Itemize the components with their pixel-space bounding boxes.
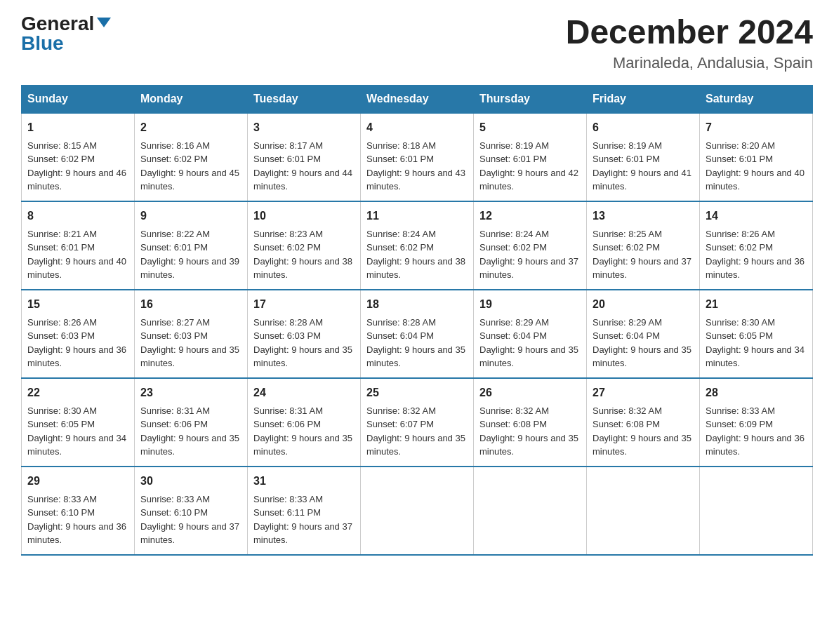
sunset-info: Sunset: 6:01 PM (253, 154, 321, 164)
calendar-cell: 19Sunrise: 8:29 AMSunset: 6:04 PMDayligh… (474, 290, 587, 378)
daylight-info: Daylight: 9 hours and 37 minutes. (593, 256, 691, 281)
sunset-info: Sunset: 6:04 PM (366, 330, 434, 341)
day-number: 28 (706, 384, 807, 401)
day-number: 1 (27, 119, 128, 136)
calendar-week-row: 29Sunrise: 8:33 AMSunset: 6:10 PMDayligh… (22, 467, 813, 555)
day-number: 2 (140, 119, 241, 136)
day-number: 24 (253, 384, 355, 401)
sunset-info: Sunset: 6:01 PM (593, 154, 660, 164)
calendar-cell: 5Sunrise: 8:19 AMSunset: 6:01 PMDaylight… (474, 113, 587, 201)
calendar-cell: 4Sunrise: 8:18 AMSunset: 6:01 PMDaylight… (361, 113, 474, 201)
calendar-cell: 26Sunrise: 8:32 AMSunset: 6:08 PMDayligh… (474, 378, 587, 467)
day-number: 15 (27, 296, 128, 313)
weekday-header-sunday: Sunday (22, 85, 135, 113)
logo: General Blue (21, 14, 111, 53)
title-block: December 2024 Marinaleda, Andalusia, Spa… (566, 14, 813, 72)
sunrise-info: Sunrise: 8:21 AM (27, 229, 97, 239)
sunrise-info: Sunrise: 8:33 AM (140, 494, 210, 504)
day-number: 19 (479, 296, 581, 313)
sunset-info: Sunset: 6:10 PM (27, 507, 95, 518)
sunset-info: Sunset: 6:08 PM (479, 419, 547, 429)
day-number: 6 (593, 119, 694, 136)
sunset-info: Sunset: 6:03 PM (140, 330, 208, 341)
calendar-cell: 21Sunrise: 8:30 AMSunset: 6:05 PMDayligh… (700, 290, 813, 378)
daylight-info: Daylight: 9 hours and 36 minutes. (27, 521, 126, 546)
day-number: 11 (366, 208, 468, 224)
sunrise-info: Sunrise: 8:32 AM (593, 405, 662, 416)
sunset-info: Sunset: 6:01 PM (479, 154, 547, 164)
calendar-cell: 2Sunrise: 8:16 AMSunset: 6:02 PMDaylight… (135, 113, 248, 201)
sunset-info: Sunset: 6:07 PM (366, 419, 434, 429)
day-number: 23 (140, 384, 241, 401)
calendar-cell: 27Sunrise: 8:32 AMSunset: 6:08 PMDayligh… (587, 378, 700, 467)
calendar-cell: 18Sunrise: 8:28 AMSunset: 6:04 PMDayligh… (361, 290, 474, 378)
sunrise-info: Sunrise: 8:16 AM (140, 140, 210, 151)
calendar-cell: 13Sunrise: 8:25 AMSunset: 6:02 PMDayligh… (587, 201, 700, 290)
day-number: 17 (253, 296, 355, 313)
daylight-info: Daylight: 9 hours and 35 minutes. (593, 344, 691, 369)
sunset-info: Sunset: 6:02 PM (593, 242, 660, 253)
daylight-info: Daylight: 9 hours and 35 minutes. (366, 344, 465, 369)
calendar-cell: 7Sunrise: 8:20 AMSunset: 6:01 PMDaylight… (700, 113, 813, 201)
sunset-info: Sunset: 6:02 PM (140, 154, 208, 164)
calendar-cell: 20Sunrise: 8:29 AMSunset: 6:04 PMDayligh… (587, 290, 700, 378)
daylight-info: Daylight: 9 hours and 45 minutes. (140, 168, 239, 192)
sunset-info: Sunset: 6:11 PM (253, 507, 321, 518)
sunset-info: Sunset: 6:01 PM (706, 154, 773, 164)
sunrise-info: Sunrise: 8:23 AM (253, 229, 323, 239)
calendar-week-row: 1Sunrise: 8:15 AMSunset: 6:02 PMDaylight… (22, 113, 813, 201)
location-title: Marinaleda, Andalusia, Spain (566, 54, 813, 72)
calendar-cell: 28Sunrise: 8:33 AMSunset: 6:09 PMDayligh… (700, 378, 813, 467)
calendar-cell: 12Sunrise: 8:24 AMSunset: 6:02 PMDayligh… (474, 201, 587, 290)
sunset-info: Sunset: 6:05 PM (706, 330, 773, 341)
sunset-info: Sunset: 6:03 PM (27, 330, 95, 341)
sunrise-info: Sunrise: 8:15 AM (27, 140, 97, 151)
calendar-cell (587, 467, 700, 555)
sunrise-info: Sunrise: 8:27 AM (140, 317, 210, 328)
daylight-info: Daylight: 9 hours and 35 minutes. (479, 433, 578, 457)
daylight-info: Daylight: 9 hours and 36 minutes. (27, 344, 126, 369)
day-number: 10 (253, 208, 355, 224)
calendar-cell: 24Sunrise: 8:31 AMSunset: 6:06 PMDayligh… (248, 378, 361, 467)
sunset-info: Sunset: 6:08 PM (593, 419, 660, 429)
sunset-info: Sunset: 6:02 PM (706, 242, 773, 253)
daylight-info: Daylight: 9 hours and 43 minutes. (366, 168, 465, 192)
calendar-cell: 25Sunrise: 8:32 AMSunset: 6:07 PMDayligh… (361, 378, 474, 467)
day-number: 7 (706, 119, 807, 136)
calendar-cell (700, 467, 813, 555)
daylight-info: Daylight: 9 hours and 34 minutes. (706, 344, 805, 369)
sunset-info: Sunset: 6:06 PM (140, 419, 208, 429)
day-number: 5 (479, 119, 581, 136)
daylight-info: Daylight: 9 hours and 35 minutes. (140, 344, 239, 369)
calendar-cell: 15Sunrise: 8:26 AMSunset: 6:03 PMDayligh… (22, 290, 135, 378)
daylight-info: Daylight: 9 hours and 44 minutes. (253, 168, 352, 192)
daylight-info: Daylight: 9 hours and 46 minutes. (27, 168, 126, 192)
sunrise-info: Sunrise: 8:19 AM (593, 140, 662, 151)
day-number: 13 (593, 208, 694, 224)
daylight-info: Daylight: 9 hours and 34 minutes. (27, 433, 126, 457)
day-number: 18 (366, 296, 468, 313)
calendar-cell: 9Sunrise: 8:22 AMSunset: 6:01 PMDaylight… (135, 201, 248, 290)
day-number: 9 (140, 208, 241, 224)
calendar-cell: 23Sunrise: 8:31 AMSunset: 6:06 PMDayligh… (135, 378, 248, 467)
weekday-header-friday: Friday (587, 85, 700, 113)
daylight-info: Daylight: 9 hours and 39 minutes. (140, 256, 239, 281)
day-number: 12 (479, 208, 581, 224)
sunset-info: Sunset: 6:02 PM (253, 242, 321, 253)
logo-general-text: General (21, 14, 94, 34)
sunrise-info: Sunrise: 8:31 AM (253, 405, 323, 416)
day-number: 16 (140, 296, 241, 313)
daylight-info: Daylight: 9 hours and 40 minutes. (706, 168, 805, 192)
sunrise-info: Sunrise: 8:33 AM (253, 494, 323, 504)
day-number: 14 (706, 208, 807, 224)
daylight-info: Daylight: 9 hours and 35 minutes. (253, 433, 352, 457)
day-number: 29 (27, 473, 128, 490)
day-number: 4 (366, 119, 468, 136)
calendar-cell: 30Sunrise: 8:33 AMSunset: 6:10 PMDayligh… (135, 467, 248, 555)
sunset-info: Sunset: 6:04 PM (593, 330, 660, 341)
calendar-cell: 10Sunrise: 8:23 AMSunset: 6:02 PMDayligh… (248, 201, 361, 290)
daylight-info: Daylight: 9 hours and 36 minutes. (706, 256, 805, 281)
day-number: 20 (593, 296, 694, 313)
sunrise-info: Sunrise: 8:24 AM (479, 229, 549, 239)
day-number: 26 (479, 384, 581, 401)
